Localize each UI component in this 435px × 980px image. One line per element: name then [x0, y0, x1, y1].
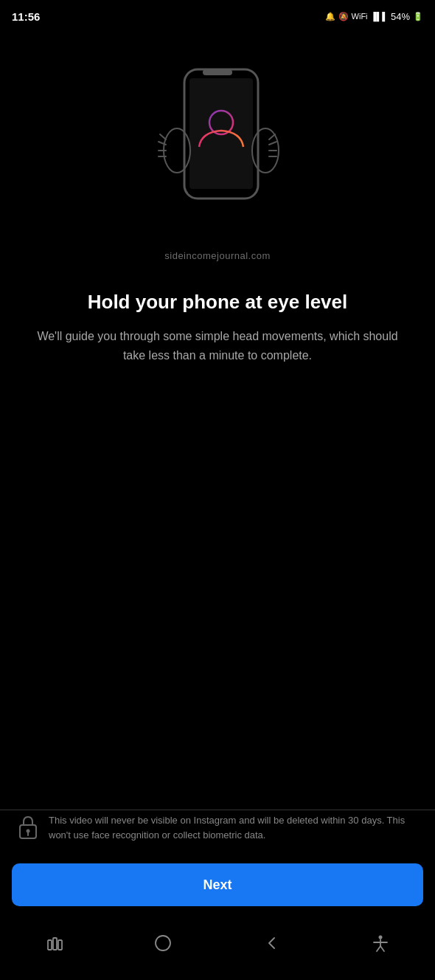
back-button[interactable]	[254, 925, 290, 962]
watermark: sideincomejournal.com	[164, 250, 270, 261]
svg-line-12	[269, 142, 276, 145]
status-icons: 🔔 🔕 WiFi ▐▌▌ 54% 🔋	[325, 11, 423, 22]
next-button[interactable]: Next	[12, 863, 423, 906]
svg-point-23	[379, 936, 383, 939]
next-button-wrap: Next	[12, 863, 423, 906]
svg-rect-1	[203, 69, 232, 75]
privacy-section: This video will never be visible on Inst…	[0, 813, 435, 855]
battery-icon: 🔋	[413, 12, 423, 21]
notification-icon: 🔔	[325, 12, 335, 21]
phone-svg	[144, 62, 291, 254]
battery-indicator: 54%	[391, 11, 410, 22]
svg-rect-22	[156, 936, 170, 950]
svg-line-11	[269, 134, 275, 139]
accessibility-button[interactable]	[362, 925, 399, 962]
svg-rect-21	[58, 940, 62, 950]
signal-icon: ▐▌▌	[371, 12, 388, 21]
volume-icon: 🔕	[338, 12, 349, 21]
bottom-nav	[0, 914, 435, 980]
svg-line-27	[380, 946, 384, 951]
svg-rect-20	[53, 938, 57, 950]
svg-line-7	[160, 134, 166, 139]
svg-point-5	[164, 128, 190, 173]
home-button[interactable]	[145, 925, 181, 962]
privacy-text: This video will never be visible on Inst…	[49, 813, 417, 842]
main-content: sideincomejournal.com Hold your phone at…	[0, 32, 435, 365]
svg-line-26	[377, 946, 380, 951]
status-bar: 11:56 🔔 🔕 WiFi ▐▌▌ 54% 🔋	[0, 0, 435, 32]
subtitle: We'll guide you through some simple head…	[29, 327, 406, 365]
wifi-icon: WiFi	[352, 12, 368, 21]
phone-illustration: sideincomejournal.com	[144, 62, 291, 254]
status-time: 11:56	[12, 10, 40, 23]
svg-rect-19	[48, 940, 52, 950]
text-section: Hold your phone at eye level We'll guide…	[0, 276, 435, 365]
main-title: Hold your phone at eye level	[29, 291, 406, 314]
recent-apps-button[interactable]	[36, 925, 73, 962]
lock-icon	[18, 815, 38, 843]
privacy-separator	[0, 810, 435, 810]
